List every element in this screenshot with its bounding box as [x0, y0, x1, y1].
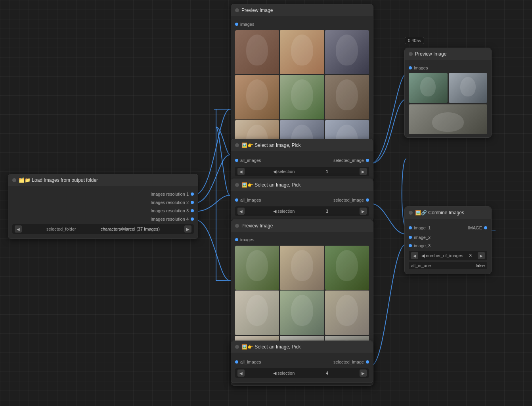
port-dot-image3 [409, 244, 412, 247]
preview-right-title: Preview Image [415, 51, 446, 57]
port-label-image2: image_2 [414, 235, 431, 240]
port-images-res2: Images resolution 2 [12, 199, 194, 206]
selection-label-1: ◀ selection [273, 169, 295, 174]
port-label-res3: Images resolution 3 [151, 208, 189, 213]
selection-value-1: 1 [323, 169, 331, 174]
port-label-res4: Images resolution 4 [151, 217, 189, 221]
selection-label-2: ◀ selection [273, 209, 295, 214]
port-dot-res1 [191, 192, 194, 196]
preview-img-g4 [235, 291, 279, 335]
selection-stepper-2[interactable]: ◀ ◀ selection 3 ▶ [235, 206, 369, 216]
select-pick-2-header: 🖼️👉 Select an Image, Pick [231, 179, 373, 191]
folder-prev-btn[interactable]: ◀ [15, 225, 22, 233]
selection-next-btn-1[interactable]: ▶ [360, 168, 367, 175]
port-dot-images-right [409, 66, 412, 69]
port-dot-selected [366, 159, 369, 162]
combine-images-node: 🖼️🔗 Combine Images image_1 IMAGE image_2… [404, 206, 492, 274]
select-pick-3-body: all_images selected_image ◀ ◀ selection … [231, 353, 373, 383]
port-all-images-3: all_images [235, 358, 302, 366]
selection-next-btn-3[interactable]: ▶ [360, 369, 367, 377]
selection-prev-btn-1[interactable]: ◀ [237, 168, 245, 175]
port-dot-all-images-2 [235, 198, 238, 202]
port-selected-image-3: selected_image [302, 358, 369, 366]
selection-label-3: ◀ selection [273, 371, 295, 376]
combine-images-header: 🖼️🔗 Combine Images [405, 207, 491, 219]
preview-img-4 [235, 75, 279, 119]
port-dot-image1 [409, 226, 412, 229]
preview-right-header: Preview Image [405, 48, 491, 60]
selection-next-btn-2[interactable]: ▶ [360, 208, 367, 215]
port-selected-image-2: selected_image [302, 196, 369, 204]
port-images-bottom: images [235, 236, 369, 243]
port-images-res3: Images resolution 3 [12, 207, 194, 214]
port-label-res2: Images resolution 2 [151, 200, 189, 205]
port-selected-image-1: selected_image [302, 157, 369, 164]
port-dot-image2 [409, 236, 412, 239]
all-in-one-label: all_in_one [411, 263, 431, 268]
port-dot-res3 [191, 209, 194, 212]
preview-right-body: images [405, 60, 491, 137]
preview-right-grid [409, 73, 487, 103]
port-image1: image_1 [409, 224, 448, 231]
load-images-title: 🗂️📁 Load Images from output folder [19, 177, 98, 183]
folder-stepper-value: characters/Marcel (37 Images) [101, 227, 160, 231]
preview-bottom-header: Preview Image [231, 220, 373, 232]
num-images-stepper[interactable]: ◀ ◀ number_of_images 3 ▶ [409, 251, 487, 260]
num-images-next-btn[interactable]: ▶ [478, 252, 485, 259]
port-label-selected: selected_image [333, 158, 364, 163]
port-dot-res4 [191, 217, 194, 221]
preview-img-g3 [325, 246, 369, 290]
port-dot-all-images-3 [235, 360, 238, 364]
selection-prev-btn-3[interactable]: ◀ [237, 369, 245, 377]
port-label-selected-3: selected_image [333, 360, 364, 364]
folder-next-btn[interactable]: ▶ [184, 225, 191, 233]
select-pick-3-header: 🖼️👉 Select an Image, Pick [231, 341, 373, 353]
node-status-dot [409, 211, 413, 215]
small-img-3 [409, 104, 487, 134]
selection-stepper-3[interactable]: ◀ ◀ selection 4 ▶ [235, 368, 369, 378]
port-image3: image_3 [409, 242, 487, 249]
folder-stepper-label: selected_folder [46, 227, 76, 231]
node-status-dot [12, 178, 16, 182]
node-status-dot [235, 183, 239, 187]
timer-value: 0.405s [405, 37, 424, 44]
port-label-all-images-3: all_images [240, 360, 261, 364]
select-pick-1-header: 🖼️👉 Select an Image, Pick [231, 139, 373, 151]
node-status-dot [409, 52, 413, 56]
select-pick-1-body: all_images selected_image ◀ ◀ selection … [231, 151, 373, 181]
port-image-output: IMAGE [448, 224, 487, 231]
preview-bottom-title: Preview Image [241, 223, 273, 229]
combine-images-body: image_1 IMAGE image_2 image_3 ◀ ◀ number… [405, 219, 491, 274]
select-pick-2-title: 🖼️👉 Select an Image, Pick [241, 182, 300, 188]
port-images-top: images [235, 21, 369, 28]
preview-img-3 [325, 30, 369, 74]
port-label-all-images-2: all_images [240, 198, 261, 202]
selection-prev-btn-2[interactable]: ◀ [237, 208, 245, 215]
load-images-node: 🗂️📁 Load Images from output folder Image… [8, 174, 198, 239]
preview-img-g5 [280, 291, 324, 335]
preview-top-header: Preview Image [231, 4, 373, 16]
preview-img-g6 [325, 291, 369, 335]
port-label-image-output: IMAGE [468, 225, 482, 230]
num-images-prev-btn[interactable]: ◀ [411, 252, 418, 259]
selection-stepper-1[interactable]: ◀ ◀ selection 1 ▶ [235, 167, 369, 176]
timer-badge: 0.405s [405, 37, 424, 44]
port-image2: image_2 [409, 234, 487, 241]
port-all-images-1: all_images [235, 157, 302, 164]
load-images-body: Images resolution 1 Images resolution 2 … [8, 186, 198, 239]
port-label-image1: image_1 [414, 225, 431, 230]
node-status-dot [235, 8, 239, 12]
port-label-selected-2: selected_image [333, 198, 364, 202]
port-dot-selected-2 [366, 198, 369, 202]
port-dot-output [484, 226, 487, 229]
port-dot-res2 [191, 201, 194, 204]
load-images-header: 🗂️📁 Load Images from output folder [8, 174, 198, 186]
port-label-all-images: all_images [240, 158, 261, 163]
port-images-right: images [409, 64, 487, 71]
folder-stepper[interactable]: ◀ selected_folder characters/Marcel (37 … [12, 224, 194, 234]
select-pick-3-title: 🖼️👉 Select an Image, Pick [241, 344, 300, 350]
preview-img-1 [235, 30, 279, 74]
preview-top-title: Preview Image [241, 8, 273, 13]
port-label-images: images [240, 22, 254, 27]
select-pick-2-body: all_images selected_image ◀ ◀ selection … [231, 191, 373, 221]
